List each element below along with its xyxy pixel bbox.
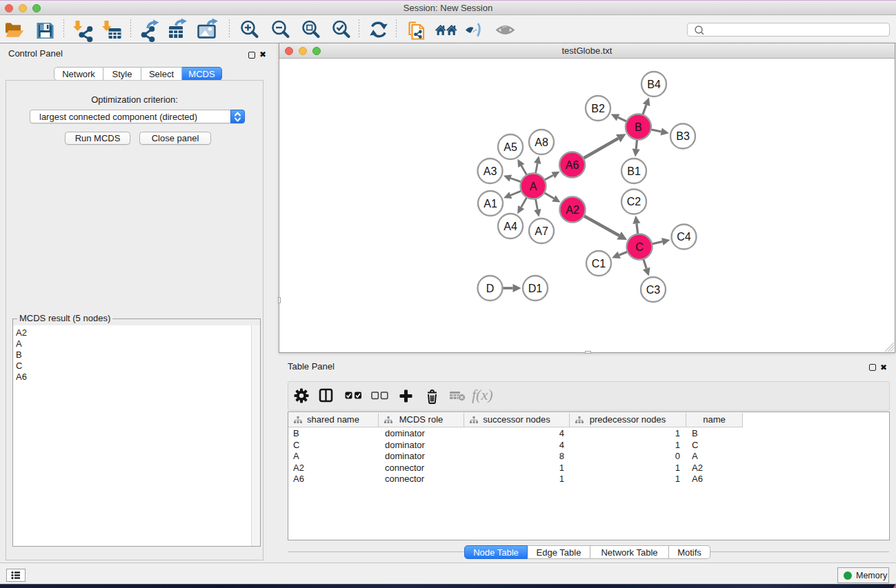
- svg-text:A1: A1: [484, 198, 497, 210]
- svg-text:C4: C4: [677, 231, 691, 243]
- svg-text:B2: B2: [591, 103, 605, 114]
- svg-text:B4: B4: [647, 79, 661, 90]
- svg-text:B: B: [635, 121, 642, 133]
- svg-text:A6: A6: [566, 159, 579, 171]
- svg-text:A3: A3: [484, 165, 497, 177]
- svg-text:C2: C2: [627, 196, 641, 207]
- svg-text:C1: C1: [592, 258, 606, 270]
- svg-text:B3: B3: [676, 130, 690, 142]
- svg-text:D: D: [486, 283, 495, 294]
- svg-text:A7: A7: [535, 225, 548, 237]
- svg-text:D1: D1: [528, 283, 543, 294]
- svg-text:A8: A8: [535, 136, 548, 148]
- svg-text:A4: A4: [504, 221, 517, 232]
- svg-text:A2: A2: [566, 204, 579, 216]
- svg-text:C3: C3: [646, 284, 661, 296]
- svg-text:C: C: [635, 241, 644, 253]
- svg-text:A: A: [530, 181, 537, 192]
- svg-text:B1: B1: [627, 165, 641, 177]
- svg-text:A5: A5: [504, 141, 517, 153]
